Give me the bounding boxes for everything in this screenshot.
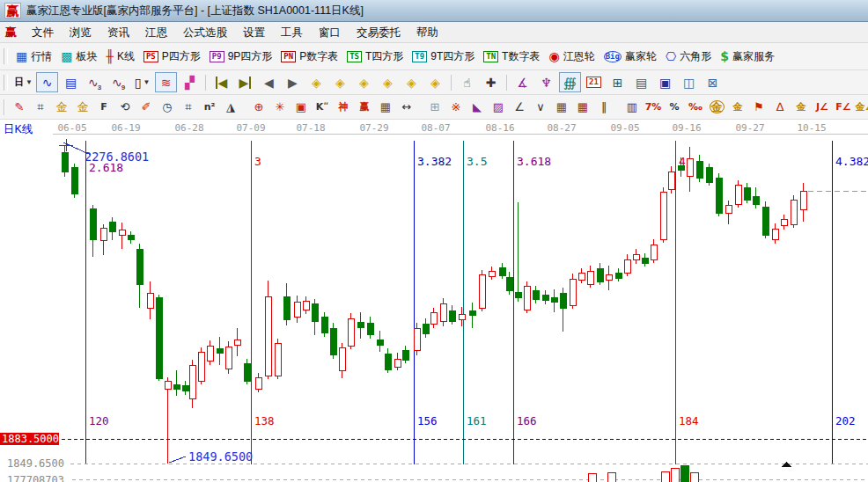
menu-tools[interactable]: 工具: [273, 25, 311, 40]
numbered-grid-tool[interactable]: ▦: [376, 97, 395, 117]
fence-plain-tool[interactable]: ⌗: [179, 97, 198, 117]
star-square-tool[interactable]: ▣: [291, 97, 311, 117]
percent-tool[interactable]: %: [665, 97, 684, 117]
menu-news[interactable]: 资讯: [99, 25, 137, 40]
n-square-tool[interactable]: n²: [200, 97, 219, 117]
compress-view-button[interactable]: ◈: [377, 72, 399, 92]
percent-line-tool[interactable]: ‰: [686, 97, 705, 117]
volume-profile-button[interactable]: ▞: [179, 72, 201, 92]
pencil-dots-tool[interactable]: ✐: [136, 97, 156, 117]
quotes-button-icon: ▦: [16, 50, 27, 62]
grid-red-tool[interactable]: ▦: [573, 97, 592, 117]
purple-fan-tool[interactable]: ◣: [467, 97, 487, 117]
gold-fence-2-tool[interactable]: 金: [73, 97, 92, 117]
f-fence-tool[interactable]: F: [94, 97, 114, 117]
interval-arrows-tool[interactable]: ↔: [397, 97, 416, 117]
menu-window[interactable]: 窗口: [311, 25, 349, 40]
gold-angle-tool[interactable]: 金∠: [855, 97, 868, 117]
nine-p-square-button[interactable]: P99P四方形: [205, 49, 277, 64]
gold-ratio-tool[interactable]: 金: [791, 97, 811, 117]
toolbar-gripper[interactable]: [4, 48, 8, 64]
kline-chart-canvas[interactable]: 06-0506-1906-2807-0907-1807-2908-0708-16…: [0, 120, 868, 482]
toolbar-gripper[interactable]: [4, 75, 8, 91]
menu-trade-entrust[interactable]: 交易委托: [349, 25, 408, 40]
v-wave-tool[interactable]: ∨: [531, 97, 550, 117]
nine-t-square-button[interactable]: T99T四方形: [408, 49, 479, 64]
wave-9-tool[interactable]: ∿9: [107, 72, 129, 92]
pencil-tool[interactable]: ✎: [10, 97, 29, 117]
menu-help[interactable]: 帮助: [408, 25, 446, 40]
menu-bar: 赢 文件浏览资讯江恩公式选股设置工具窗口交易委托帮助: [0, 22, 868, 43]
trend-angle-tool[interactable]: ∠: [510, 97, 529, 117]
jump-last-button[interactable]: ▶: [234, 72, 256, 92]
jump-first-button[interactable]: ◀: [210, 72, 232, 92]
page-right-button[interactable]: ▶: [282, 72, 304, 92]
menu-settings[interactable]: 设置: [235, 25, 273, 40]
winner-service-button[interactable]: $赢家服务: [716, 49, 779, 64]
remote-service-button[interactable]: ⊠: [702, 72, 724, 92]
t-square-button[interactable]: TST四方形: [342, 49, 408, 64]
info-panel-button[interactable]: ▤: [60, 72, 82, 92]
zoom-out-x-button[interactable]: ◈: [305, 72, 327, 92]
gold-fence-1-tool[interactable]: 金: [52, 97, 71, 117]
angle-measure-tool[interactable]: ∡: [511, 72, 533, 92]
time-cycle-tool[interactable]: ◷: [158, 97, 177, 117]
starburst-tool[interactable]: ✳: [270, 97, 290, 117]
kline-button[interactable]: ╫K线: [101, 49, 138, 64]
chart-area[interactable]: 06-0506-1906-2807-0907-1807-2908-0708-16…: [0, 120, 868, 482]
menu-browse[interactable]: 浏览: [62, 25, 99, 40]
calculator-tool[interactable]: ⊞: [607, 72, 629, 92]
gann-wave-tool[interactable]: ≋: [155, 72, 177, 92]
menu-file[interactable]: 文件: [24, 25, 62, 40]
crosshair-tool[interactable]: ✚: [480, 72, 502, 92]
network-update-button[interactable]: ◫: [678, 72, 700, 92]
k-mark-tool[interactable]: Kʺ: [313, 97, 332, 117]
gold-lines-tool[interactable]: 金: [728, 97, 747, 117]
hexagon-button[interactable]: ⎔六角形: [661, 49, 716, 64]
analysis-brain-tool[interactable]: ∰: [559, 72, 581, 92]
zigzag-overlay-tool[interactable]: ∿: [36, 72, 58, 92]
menu-gann[interactable]: 江恩: [137, 25, 175, 40]
gann-wheel-button[interactable]: ◉江恩轮: [544, 49, 599, 64]
notes-tool[interactable]: ▤: [630, 72, 652, 92]
expand-horizontal-button[interactable]: ◈: [353, 72, 375, 92]
j-trend-tool[interactable]: J∠: [813, 97, 832, 117]
p-number-table-button[interactable]: PNP数字表: [276, 49, 342, 64]
wave-3-tool[interactable]: ∿3: [84, 72, 106, 92]
grid-frame-tool[interactable]: ⊞: [425, 97, 445, 117]
calendar-tool[interactable]: 21: [583, 72, 605, 92]
save-tool[interactable]: ▣: [654, 72, 676, 92]
expand-all-button[interactable]: ◈: [401, 72, 423, 92]
angle-ruler-tool[interactable]: ◮: [221, 97, 240, 117]
ying-fence-tool[interactable]: 赢: [355, 97, 374, 117]
zoom-in-x-button[interactable]: ◈: [329, 72, 351, 92]
gann-shape-tool[interactable]: ♆: [535, 72, 557, 92]
fit-screen-button[interactable]: ◈: [424, 72, 446, 92]
winner-wheel-button[interactable]: Big赢家轮: [600, 49, 661, 64]
toolbar-gripper[interactable]: [4, 99, 5, 115]
t-number-table-button[interactable]: TNT数字表: [479, 49, 544, 64]
grid-tool[interactable]: ▦: [552, 97, 571, 117]
shen-fence-tool[interactable]: 神: [334, 97, 353, 117]
parallel-lines-tool[interactable]: ∥: [594, 97, 614, 117]
period-daily-selector[interactable]: 日▼: [12, 72, 34, 92]
p-square-button[interactable]: PSP四方形: [139, 49, 205, 64]
menu-formula-stock-pick[interactable]: 公式选股: [175, 25, 235, 40]
hand-tool[interactable]: ☝: [456, 72, 478, 92]
f-trend-tool[interactable]: F∠: [834, 97, 853, 117]
percent-retrace-tool[interactable]: 7%: [644, 97, 663, 117]
spiral-tool[interactable]: ⟲: [115, 97, 135, 117]
candle-style-selector[interactable]: ▯▼: [131, 72, 153, 92]
gold-circle-tool[interactable]: 金: [707, 97, 726, 117]
ray-fan-tool[interactable]: ※: [446, 97, 466, 117]
page-left-button[interactable]: ◀: [258, 72, 280, 92]
amplitude-tool[interactable]: ∆: [770, 97, 790, 117]
depth-bars-tool[interactable]: ▥: [622, 97, 642, 117]
flag-mark-tool[interactable]: ⚑: [749, 97, 769, 117]
quotes-button[interactable]: ▦行情: [11, 49, 56, 64]
gann-circle-tool[interactable]: ⊕: [249, 97, 268, 117]
gann-fence-tool[interactable]: ⌗: [31, 97, 50, 117]
sectors-button[interactable]: ▩板块: [56, 49, 101, 64]
t-square-button-label: T四方形: [365, 49, 403, 64]
hatch-grid-tool[interactable]: ▨: [489, 97, 508, 117]
